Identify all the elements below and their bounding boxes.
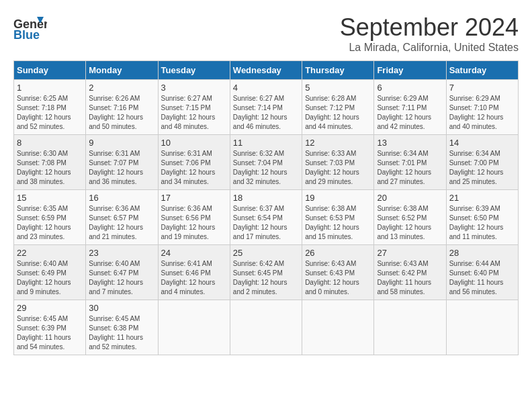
day-number: 9	[89, 138, 154, 148]
week-row-5: 29Sunrise: 6:45 AM Sunset: 6:39 PM Dayli…	[14, 300, 519, 355]
day-cell: 9Sunrise: 6:31 AM Sunset: 7:07 PM Daylig…	[86, 135, 158, 190]
day-cell: 23Sunrise: 6:40 AM Sunset: 6:47 PM Dayli…	[86, 245, 158, 300]
day-number: 16	[89, 193, 154, 203]
day-cell: 18Sunrise: 6:37 AM Sunset: 6:54 PM Dayli…	[230, 190, 302, 245]
day-number: 2	[89, 83, 154, 93]
day-number: 17	[161, 193, 227, 203]
day-cell: 15Sunrise: 6:35 AM Sunset: 6:59 PM Dayli…	[14, 190, 86, 245]
header-cell-monday: Monday	[86, 61, 158, 80]
day-cell	[374, 300, 446, 355]
day-number: 30	[89, 303, 154, 313]
day-info: Sunrise: 6:43 AM Sunset: 6:42 PM Dayligh…	[377, 259, 443, 297]
header-cell-wednesday: Wednesday	[230, 61, 302, 80]
header-row: SundayMondayTuesdayWednesdayThursdayFrid…	[14, 61, 519, 80]
day-cell: 7Sunrise: 6:29 AM Sunset: 7:10 PM Daylig…	[446, 80, 518, 135]
day-number: 14	[449, 138, 515, 148]
day-info: Sunrise: 6:33 AM Sunset: 7:03 PM Dayligh…	[305, 149, 371, 187]
day-cell	[158, 300, 230, 355]
day-info: Sunrise: 6:31 AM Sunset: 7:07 PM Dayligh…	[89, 149, 154, 187]
day-cell: 2Sunrise: 6:26 AM Sunset: 7:16 PM Daylig…	[86, 80, 158, 135]
day-number: 1	[17, 83, 83, 93]
day-cell: 1Sunrise: 6:25 AM Sunset: 7:18 PM Daylig…	[14, 80, 86, 135]
logo: General Blue	[13, 13, 47, 40]
day-number: 28	[449, 248, 515, 258]
day-info: Sunrise: 6:30 AM Sunset: 7:08 PM Dayligh…	[17, 149, 83, 187]
day-cell: 26Sunrise: 6:43 AM Sunset: 6:43 PM Dayli…	[302, 245, 374, 300]
day-info: Sunrise: 6:28 AM Sunset: 7:12 PM Dayligh…	[305, 94, 371, 132]
day-info: Sunrise: 6:42 AM Sunset: 6:45 PM Dayligh…	[233, 259, 299, 297]
day-number: 27	[377, 248, 443, 258]
day-cell	[230, 300, 302, 355]
day-info: Sunrise: 6:32 AM Sunset: 7:04 PM Dayligh…	[233, 149, 299, 187]
day-cell	[302, 300, 374, 355]
day-number: 15	[17, 193, 83, 203]
day-number: 4	[233, 83, 299, 93]
day-info: Sunrise: 6:34 AM Sunset: 7:00 PM Dayligh…	[449, 149, 515, 187]
day-cell: 13Sunrise: 6:34 AM Sunset: 7:01 PM Dayli…	[374, 135, 446, 190]
header-cell-thursday: Thursday	[302, 61, 374, 80]
day-cell: 21Sunrise: 6:39 AM Sunset: 6:50 PM Dayli…	[446, 190, 518, 245]
day-number: 20	[377, 193, 443, 203]
day-number: 26	[305, 248, 371, 258]
day-info: Sunrise: 6:29 AM Sunset: 7:11 PM Dayligh…	[377, 94, 443, 132]
day-cell: 28Sunrise: 6:44 AM Sunset: 6:40 PM Dayli…	[446, 245, 518, 300]
location-title: La Mirada, California, United States	[340, 42, 519, 54]
day-cell: 29Sunrise: 6:45 AM Sunset: 6:39 PM Dayli…	[14, 300, 86, 355]
calendar-header: SundayMondayTuesdayWednesdayThursdayFrid…	[14, 61, 519, 80]
day-cell: 11Sunrise: 6:32 AM Sunset: 7:04 PM Dayli…	[230, 135, 302, 190]
day-info: Sunrise: 6:37 AM Sunset: 6:54 PM Dayligh…	[233, 204, 299, 242]
day-cell: 10Sunrise: 6:31 AM Sunset: 7:06 PM Dayli…	[158, 135, 230, 190]
day-number: 7	[449, 83, 515, 93]
title-area: September 2024 La Mirada, California, Un…	[340, 13, 519, 54]
header-cell-tuesday: Tuesday	[158, 61, 230, 80]
day-number: 25	[233, 248, 299, 258]
day-cell: 12Sunrise: 6:33 AM Sunset: 7:03 PM Dayli…	[302, 135, 374, 190]
day-number: 10	[161, 138, 227, 148]
day-info: Sunrise: 6:38 AM Sunset: 6:53 PM Dayligh…	[305, 204, 371, 242]
day-cell: 6Sunrise: 6:29 AM Sunset: 7:11 PM Daylig…	[374, 80, 446, 135]
day-info: Sunrise: 6:27 AM Sunset: 7:14 PM Dayligh…	[233, 94, 299, 132]
day-cell: 3Sunrise: 6:27 AM Sunset: 7:15 PM Daylig…	[158, 80, 230, 135]
day-info: Sunrise: 6:31 AM Sunset: 7:06 PM Dayligh…	[161, 149, 227, 187]
day-number: 11	[233, 138, 299, 148]
week-row-4: 22Sunrise: 6:40 AM Sunset: 6:49 PM Dayli…	[14, 245, 519, 300]
day-number: 13	[377, 138, 443, 148]
day-cell: 22Sunrise: 6:40 AM Sunset: 6:49 PM Dayli…	[14, 245, 86, 300]
day-number: 12	[305, 138, 371, 148]
header-cell-saturday: Saturday	[446, 61, 518, 80]
week-row-3: 15Sunrise: 6:35 AM Sunset: 6:59 PM Dayli…	[14, 190, 519, 245]
day-cell: 25Sunrise: 6:42 AM Sunset: 6:45 PM Dayli…	[230, 245, 302, 300]
day-info: Sunrise: 6:41 AM Sunset: 6:46 PM Dayligh…	[161, 259, 227, 297]
day-cell	[446, 300, 518, 355]
day-cell: 17Sunrise: 6:36 AM Sunset: 6:56 PM Dayli…	[158, 190, 230, 245]
calendar-body: 1Sunrise: 6:25 AM Sunset: 7:18 PM Daylig…	[14, 80, 519, 355]
day-info: Sunrise: 6:36 AM Sunset: 6:56 PM Dayligh…	[161, 204, 227, 242]
day-number: 24	[161, 248, 227, 258]
day-info: Sunrise: 6:36 AM Sunset: 6:57 PM Dayligh…	[89, 204, 154, 242]
day-info: Sunrise: 6:40 AM Sunset: 6:47 PM Dayligh…	[89, 259, 154, 297]
day-cell: 4Sunrise: 6:27 AM Sunset: 7:14 PM Daylig…	[230, 80, 302, 135]
header-cell-sunday: Sunday	[14, 61, 86, 80]
day-info: Sunrise: 6:45 AM Sunset: 6:39 PM Dayligh…	[17, 314, 83, 352]
day-cell: 20Sunrise: 6:38 AM Sunset: 6:52 PM Dayli…	[374, 190, 446, 245]
week-row-1: 1Sunrise: 6:25 AM Sunset: 7:18 PM Daylig…	[14, 80, 519, 135]
calendar-table: SundayMondayTuesdayWednesdayThursdayFrid…	[13, 60, 519, 355]
day-info: Sunrise: 6:38 AM Sunset: 6:52 PM Dayligh…	[377, 204, 443, 242]
day-info: Sunrise: 6:43 AM Sunset: 6:43 PM Dayligh…	[305, 259, 371, 297]
day-cell: 8Sunrise: 6:30 AM Sunset: 7:08 PM Daylig…	[14, 135, 86, 190]
day-info: Sunrise: 6:40 AM Sunset: 6:49 PM Dayligh…	[17, 259, 83, 297]
day-number: 5	[305, 83, 371, 93]
day-info: Sunrise: 6:29 AM Sunset: 7:10 PM Dayligh…	[449, 94, 515, 132]
logo-icon: General Blue	[13, 13, 47, 40]
day-info: Sunrise: 6:27 AM Sunset: 7:15 PM Dayligh…	[161, 94, 227, 132]
day-number: 29	[17, 303, 83, 313]
day-number: 21	[449, 193, 515, 203]
day-cell: 19Sunrise: 6:38 AM Sunset: 6:53 PM Dayli…	[302, 190, 374, 245]
day-cell: 24Sunrise: 6:41 AM Sunset: 6:46 PM Dayli…	[158, 245, 230, 300]
svg-text:Blue: Blue	[13, 28, 40, 40]
day-number: 6	[377, 83, 443, 93]
page-header: General Blue September 2024 La Mirada, C…	[13, 13, 519, 54]
day-info: Sunrise: 6:39 AM Sunset: 6:50 PM Dayligh…	[449, 204, 515, 242]
day-number: 18	[233, 193, 299, 203]
day-info: Sunrise: 6:25 AM Sunset: 7:18 PM Dayligh…	[17, 94, 83, 132]
